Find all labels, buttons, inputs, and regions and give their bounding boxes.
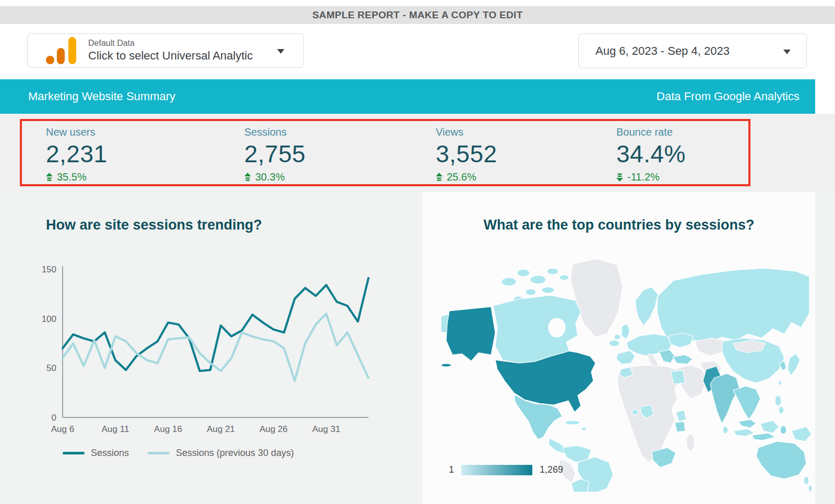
top-countries-panel: What are the top countries by sessions? (423, 192, 815, 504)
map-region-greenland[interactable] (570, 259, 623, 337)
legend-item-sessions-previous: Sessions (previous 30 days) (148, 448, 294, 459)
date-range-picker[interactable]: Aug 6, 2023 - Sep 4, 2023 (578, 33, 807, 68)
svg-text:150: 150 (42, 265, 56, 274)
map-region-indochina[interactable] (733, 386, 760, 419)
map-scale-min: 1 (449, 464, 454, 475)
map-region-ireland[interactable] (614, 334, 621, 340)
scorecard-label: Bounce rate (616, 125, 686, 139)
legend-swatch-sessions-previous (148, 452, 170, 454)
scorecard-value: 2,755 (244, 139, 306, 169)
sample-report-banner: SAMPLE REPORT - MAKE A COPY TO EDIT (0, 6, 835, 24)
scorecard-bounce-rate: Bounce rate 34.4% -11.2% (616, 125, 686, 184)
map-region-iberia[interactable] (616, 351, 635, 364)
map-scale-max: 1,269 (540, 464, 563, 475)
scorecard-label: New users (46, 125, 108, 139)
map-region-uk[interactable] (622, 323, 630, 339)
trend-up-arrow-icon (436, 173, 443, 182)
scorecard-change: 30.3% (244, 170, 306, 184)
scorecard-value: 34.4% (616, 139, 686, 169)
scorecard-change: 25.6% (436, 170, 497, 184)
scorecard-section: New users 2,231 35.5% Sessions 2,755 30.… (0, 114, 835, 192)
scorecard-sessions: Sessions 2,755 30.3% (244, 125, 306, 184)
map-region-chile-argentina[interactable] (571, 479, 589, 492)
map-region-kenya[interactable] (676, 410, 686, 422)
caret-down-icon (783, 50, 791, 54)
scorecard-label: Sessions (244, 125, 306, 139)
map-scale-gradient (461, 465, 532, 475)
trend-up-arrow-icon (46, 173, 53, 182)
scorecard-views: Views 3,552 25.6% (436, 125, 497, 184)
scorecard-change: -11.2% (616, 170, 686, 184)
scorecard-label: Views (436, 125, 497, 139)
map-region-scandinavia[interactable] (635, 287, 658, 326)
svg-text:Aug 21: Aug 21 (207, 424, 235, 434)
map-color-scale-legend: 1 1,269 (449, 464, 563, 475)
map-region-balkans[interactable] (659, 350, 675, 363)
svg-text:Aug 26: Aug 26 (259, 424, 288, 434)
map-chart-title: What are the top countries by sessions? (423, 217, 815, 233)
page-right-margin (815, 192, 835, 504)
svg-text:50: 50 (46, 363, 56, 373)
map-region-arctic-islands-group[interactable] (502, 268, 569, 302)
caret-down-icon (277, 49, 284, 54)
report-source-text: Data From Google Analytics (657, 90, 800, 103)
map-region-tanzania[interactable] (675, 422, 685, 432)
scorecard-change: 35.5% (46, 170, 108, 184)
line-chart-legend: Sessions Sessions (previous 30 days) (63, 448, 294, 459)
map-region-philippines-group[interactable] (775, 395, 784, 414)
data-source-text: Default Data Click to select Universal A… (88, 38, 253, 63)
report-title: Marketing Website Summary (28, 90, 175, 103)
map-region-south-africa[interactable] (652, 448, 676, 467)
map-region-caribbean[interactable] (581, 427, 587, 430)
svg-text:Aug 11: Aug 11 (102, 424, 129, 434)
map-region-borneo[interactable] (760, 421, 779, 433)
map-region-australia[interactable] (756, 441, 806, 479)
sessions-trend-panel: How are site sessions trending? 05010015… (0, 192, 423, 504)
map-region-sulawesi[interactable] (780, 426, 786, 434)
map-region-new-zealand-group[interactable] (804, 476, 812, 491)
map-region-java[interactable] (752, 433, 775, 440)
map-region-india[interactable] (710, 374, 739, 424)
scorecard-new-users: New users 2,231 35.5% (46, 125, 108, 184)
scorecard-value: 2,231 (46, 139, 108, 169)
map-region-malaysia[interactable] (738, 419, 756, 428)
banner-text: SAMPLE REPORT - MAKE A COPY TO EDIT (312, 9, 522, 21)
legend-item-sessions: Sessions (63, 448, 129, 459)
scorecard-value: 3,552 (436, 139, 497, 169)
google-analytics-icon (45, 37, 77, 64)
svg-text:Aug 16: Aug 16 (154, 424, 182, 434)
map-region-sri-lanka[interactable] (723, 426, 728, 434)
report-header-bar: Marketing Website Summary Data From Goog… (0, 79, 815, 114)
map-region-alaska[interactable] (446, 307, 495, 361)
map-region-ghana[interactable] (632, 410, 638, 415)
legend-swatch-sessions (63, 452, 85, 454)
trend-up-arrow-icon (244, 173, 251, 182)
date-range-value: Aug 6, 2023 - Sep 4, 2023 (595, 44, 730, 58)
svg-text:0: 0 (52, 413, 56, 423)
svg-text:Aug 6: Aug 6 (51, 424, 74, 434)
map-region-iceland[interactable] (609, 340, 619, 346)
svg-text:Aug 31: Aug 31 (312, 424, 340, 434)
map-region-eastern-europe[interactable] (669, 333, 694, 347)
trend-down-arrow-icon (616, 173, 623, 182)
line-chart-title: How are site sessions trending? (46, 217, 262, 233)
svg-text:100: 100 (42, 314, 56, 324)
map-region-aleutians[interactable] (441, 364, 451, 367)
data-source-label: Default Data (88, 38, 253, 49)
map-region-cuba[interactable] (565, 421, 580, 425)
map-region-japan[interactable] (788, 354, 800, 376)
map-hudson-bay (548, 318, 565, 337)
map-region-taiwan[interactable] (779, 381, 782, 385)
world-choropleth-map[interactable] (441, 244, 812, 492)
map-region-sumatra[interactable] (733, 429, 754, 436)
data-source-value: Click to select Universal Analytic (88, 49, 253, 63)
map-region-korea[interactable] (779, 361, 786, 370)
map-region-madagascar[interactable] (686, 434, 695, 451)
map-region-new-guinea[interactable] (792, 427, 812, 441)
data-source-selector[interactable]: Default Data Click to select Universal A… (27, 33, 304, 68)
sessions-line-chart[interactable]: 050100150Aug 6Aug 11Aug 16Aug 21Aug 26Au… (30, 261, 375, 438)
map-region-turkey[interactable] (673, 355, 693, 364)
